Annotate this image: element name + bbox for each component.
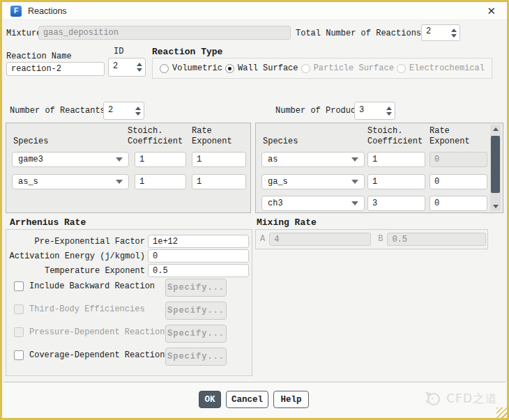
temperature-exponent-field[interactable]: [148, 264, 249, 277]
num-reactants-spinner-arrows: [132, 102, 144, 119]
chevron-down-icon: [351, 180, 358, 184]
dropdown-value: game3: [18, 155, 116, 164]
spinner-down-icon[interactable]: [137, 68, 142, 72]
reactant-exponent-field[interactable]: [192, 152, 246, 167]
chevron-down-icon: [116, 180, 123, 184]
radio-particle-surface: Particle Surface: [301, 63, 394, 74]
reaction-id-value: 2: [109, 59, 134, 76]
product-species-dropdown[interactable]: as: [261, 152, 365, 167]
pressure-dependent-label: Pressure-Dependent Reaction: [29, 327, 165, 338]
products-scrollbar[interactable]: [490, 125, 501, 211]
watermark: CFD之道: [424, 390, 498, 407]
num-products-spinner-arrows: [383, 102, 395, 119]
product-species-dropdown[interactable]: ga_s: [261, 174, 365, 189]
reaction-type-label: Reaction Type: [152, 47, 222, 57]
spinner-up-icon[interactable]: [451, 29, 457, 32]
third-body-specify-button: Specify...: [165, 302, 227, 320]
temperature-exponent-label: Temperature Exponent: [8, 266, 145, 277]
coverage-dependent-label: Coverage-Dependent Reaction: [29, 350, 165, 361]
radio-label: Volumetric: [172, 63, 222, 74]
third-body-checkbox: [14, 304, 24, 314]
scrollbar-thumb[interactable]: [491, 136, 500, 193]
reactions-dialog: F Reactions ✕ Mixture Total Number of Re…: [0, 0, 509, 420]
column-header-species: Species: [263, 137, 298, 147]
product-species-dropdown[interactable]: ch3: [261, 196, 365, 211]
coverage-dependent-checkbox[interactable]: [14, 350, 24, 360]
spinner-up-icon[interactable]: [386, 107, 392, 110]
num-products-value: 3: [355, 102, 383, 119]
product-coefficient-field[interactable]: [367, 196, 425, 211]
backward-specify-button: Specify...: [165, 279, 227, 297]
reactant-coefficient-field[interactable]: [135, 152, 186, 167]
dropdown-value: as_s: [18, 177, 116, 187]
reactant-coefficient-field[interactable]: [135, 174, 186, 189]
num-products-spinner[interactable]: 3: [354, 102, 395, 120]
product-coefficient-field[interactable]: [367, 174, 425, 189]
spinner-up-icon[interactable]: [135, 107, 141, 110]
spinner-up-icon[interactable]: [137, 63, 142, 66]
mixing-a-field: [269, 233, 371, 246]
radio-electrochemical: Electrochemical: [397, 63, 485, 74]
num-reactants-label: Number of Reactants: [10, 106, 105, 116]
num-reactants-spinner[interactable]: 2: [103, 102, 144, 120]
mixing-rate-box: A B: [255, 229, 488, 249]
mixing-b-field: [387, 233, 486, 246]
radio-icon[interactable]: [160, 64, 169, 73]
chevron-down-icon: [351, 201, 358, 205]
reactant-exponent-field[interactable]: [192, 174, 246, 189]
activation-energy-label: Activation Energy (j/kgmol): [8, 251, 145, 262]
radio-label: Wall Surface: [238, 63, 298, 74]
chevron-down-icon: [351, 157, 358, 162]
radio-volumetric[interactable]: Volumetric: [160, 63, 222, 74]
arrhenius-rate-title: Arrhenius Rate: [10, 217, 86, 228]
reaction-id-label: ID: [114, 47, 123, 57]
mixture-field: [38, 26, 291, 40]
radio-icon[interactable]: [225, 64, 234, 73]
scroll-down-icon[interactable]: [493, 205, 499, 208]
scroll-up-icon[interactable]: [493, 127, 499, 131]
resize-grip-icon[interactable]: [496, 407, 507, 418]
cancel-button[interactable]: Cancel: [226, 391, 268, 408]
ok-button[interactable]: OK: [199, 391, 221, 408]
spinner-down-icon[interactable]: [135, 112, 141, 116]
column-header-exponent: Rate Exponent: [430, 126, 470, 147]
activation-energy-field[interactable]: [148, 249, 249, 263]
column-header-exponent: Rate Exponent: [192, 126, 232, 147]
total-reactions-label: Total Number of Reactions: [296, 29, 421, 39]
spinner-down-icon[interactable]: [451, 34, 457, 38]
reaction-name-field[interactable]: [6, 62, 105, 76]
column-header-stoich: Stoich. Coefficient: [367, 126, 423, 147]
radio-label: Electrochemical: [409, 63, 485, 74]
close-icon[interactable]: ✕: [484, 5, 499, 17]
chevron-down-icon: [116, 157, 123, 162]
column-header-species: Species: [13, 137, 48, 147]
pressure-dependent-checkbox: [14, 327, 24, 337]
dropdown-value: as: [268, 155, 351, 164]
reaction-type-group: Volumetric Wall Surface Particle Surface…: [152, 58, 492, 79]
pre-exponential-field[interactable]: [148, 235, 249, 248]
backward-reaction-checkbox[interactable]: [14, 281, 24, 291]
footer-separator: [3, 382, 506, 382]
backward-reaction-label: Include Backward Reaction: [29, 281, 155, 292]
mixture-label: Mixture: [6, 29, 41, 39]
product-exponent-field: [430, 152, 487, 167]
reaction-name-label: Reaction Name: [6, 52, 72, 62]
reactant-species-dropdown[interactable]: game3: [12, 152, 129, 167]
radio-wall-surface[interactable]: Wall Surface: [225, 63, 298, 74]
product-exponent-field[interactable]: [430, 196, 487, 211]
reactants-table: Species Stoich. Coefficient Rate Exponen…: [6, 123, 251, 213]
radio-icon: [397, 64, 406, 73]
total-reactions-spinner[interactable]: 2: [421, 24, 460, 41]
fluent-app-icon: F: [10, 6, 22, 17]
spinner-down-icon[interactable]: [386, 112, 392, 116]
reaction-id-spinner[interactable]: 2: [108, 58, 146, 77]
reactant-species-dropdown[interactable]: as_s: [12, 174, 129, 189]
num-products-label: Number of Products: [275, 106, 366, 116]
help-button[interactable]: Help: [273, 391, 309, 408]
radio-icon: [301, 64, 310, 73]
product-exponent-field[interactable]: [430, 174, 487, 189]
reaction-id-spinner-arrows: [134, 59, 145, 76]
product-coefficient-field[interactable]: [367, 152, 425, 167]
dropdown-value: ga_s: [268, 177, 351, 187]
mixing-rate-title: Mixing Rate: [257, 217, 317, 228]
